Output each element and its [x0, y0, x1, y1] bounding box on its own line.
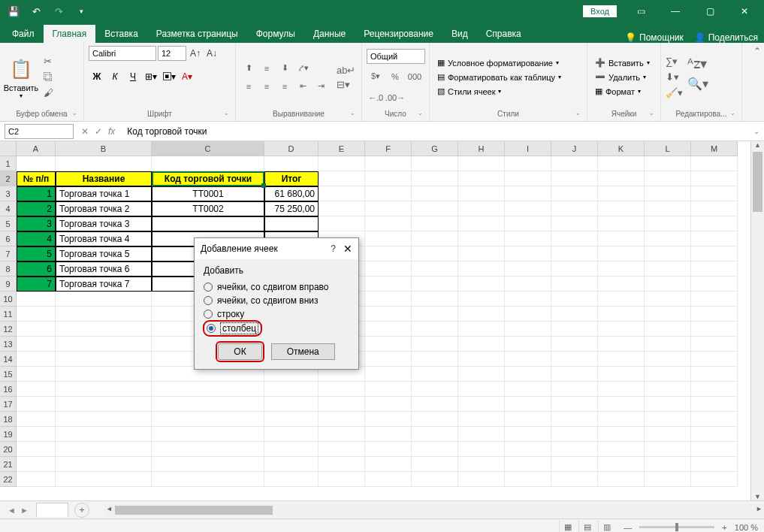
cell[interactable]	[458, 201, 505, 216]
tab-вид[interactable]: Вид	[442, 25, 477, 43]
indent-increase-icon[interactable]: ⇥	[313, 78, 329, 95]
cell[interactable]	[691, 442, 738, 457]
page-layout-icon[interactable]: ▤	[578, 521, 595, 533]
cell[interactable]	[598, 261, 645, 277]
cell[interactable]	[319, 186, 365, 201]
cell[interactable]	[691, 216, 738, 231]
cell[interactable]	[645, 231, 691, 246]
cell[interactable]	[645, 186, 691, 201]
font-size-select[interactable]	[158, 46, 186, 61]
format-cells-button[interactable]: ▦Формат▾	[592, 85, 653, 98]
cell[interactable]	[691, 231, 738, 246]
cell[interactable]	[505, 427, 551, 442]
cell[interactable]	[645, 472, 691, 487]
cell[interactable]	[598, 472, 645, 487]
cell[interactable]	[691, 186, 738, 201]
column-header[interactable]: M	[691, 141, 738, 156]
cell[interactable]	[458, 156, 505, 171]
cell[interactable]	[319, 442, 365, 457]
cell[interactable]	[691, 412, 738, 427]
cell[interactable]	[365, 397, 412, 412]
cell[interactable]	[598, 397, 645, 412]
cell[interactable]	[551, 442, 598, 457]
cut-icon[interactable]: ✂	[44, 56, 53, 67]
cell[interactable]	[56, 292, 152, 307]
undo-icon[interactable]: ↶	[26, 2, 47, 21]
cell[interactable]	[458, 457, 505, 472]
cell[interactable]	[505, 246, 551, 261]
cell[interactable]	[412, 442, 458, 457]
cell[interactable]	[365, 367, 412, 382]
name-box[interactable]	[5, 124, 74, 139]
cell[interactable]	[505, 322, 551, 337]
cell[interactable]	[551, 307, 598, 322]
cell[interactable]	[691, 246, 738, 261]
column-header[interactable]: H	[458, 141, 505, 156]
cell[interactable]	[551, 261, 598, 277]
cell[interactable]	[505, 156, 551, 171]
cell[interactable]	[412, 246, 458, 261]
cell[interactable]	[152, 412, 264, 427]
cell[interactable]	[458, 427, 505, 442]
cell[interactable]	[551, 457, 598, 472]
cell[interactable]	[458, 442, 505, 457]
column-header[interactable]: C	[152, 141, 264, 156]
column-header[interactable]: G	[412, 141, 458, 156]
underline-button[interactable]: Ч	[125, 68, 141, 85]
row-header[interactable]: 15	[0, 367, 17, 382]
cell[interactable]: 4	[17, 231, 56, 246]
cell[interactable]	[551, 186, 598, 201]
cell[interactable]	[458, 337, 505, 352]
fill-color-icon[interactable]: 🞕▾	[161, 68, 177, 85]
cell[interactable]	[365, 171, 412, 186]
cell[interactable]	[598, 352, 645, 367]
radio-option[interactable]: столбец	[204, 321, 261, 336]
cancel-button[interactable]: Отмена	[271, 343, 335, 360]
cell[interactable]	[598, 322, 645, 337]
spreadsheet-grid[interactable]: ABCDEFGHIJKLM 12345678910111213141516171…	[0, 141, 764, 500]
cell[interactable]	[691, 367, 738, 382]
cell[interactable]	[412, 472, 458, 487]
cell[interactable]	[56, 352, 152, 367]
cell[interactable]	[551, 352, 598, 367]
row-header[interactable]: 10	[0, 292, 17, 307]
scroll-up-icon[interactable]: ▲	[751, 141, 764, 149]
qat-customize-icon[interactable]: ▾	[71, 2, 92, 21]
tab-главная[interactable]: Главная	[44, 25, 96, 43]
cell[interactable]	[365, 442, 412, 457]
cell[interactable]	[551, 427, 598, 442]
cell[interactable]	[551, 292, 598, 307]
align-right-icon[interactable]: ≡	[276, 78, 293, 95]
login-button[interactable]: Вход	[583, 5, 617, 17]
increase-decimal-icon[interactable]: ←.0	[367, 89, 385, 106]
cell[interactable]	[56, 427, 152, 442]
cell[interactable]	[645, 352, 691, 367]
cell[interactable]	[645, 277, 691, 292]
cell[interactable]: 61 680,00	[264, 186, 319, 201]
cell[interactable]	[412, 427, 458, 442]
cell[interactable]	[551, 397, 598, 412]
cell[interactable]	[505, 382, 551, 397]
cell[interactable]	[598, 171, 645, 186]
merge-icon[interactable]: ⊟▾	[337, 79, 355, 90]
sheet-next-icon[interactable]: ►	[20, 506, 29, 515]
cell[interactable]	[598, 246, 645, 261]
cell[interactable]	[319, 171, 365, 186]
cell[interactable]: Название	[56, 171, 152, 186]
cell[interactable]: ТТ0002	[152, 201, 264, 216]
expand-formula-bar-icon[interactable]: ⌄	[749, 127, 764, 135]
increase-font-icon[interactable]: A↑	[188, 46, 203, 61]
cell[interactable]	[551, 322, 598, 337]
cell[interactable]	[645, 261, 691, 277]
cell[interactable]	[17, 367, 56, 382]
cell[interactable]	[691, 322, 738, 337]
cell[interactable]	[505, 261, 551, 277]
row-header[interactable]: 22	[0, 472, 17, 487]
italic-button[interactable]: К	[107, 68, 123, 85]
cell[interactable]	[319, 397, 365, 412]
sort-filter-icon[interactable]: ᴬᴢ▾	[687, 56, 708, 72]
cell[interactable]	[551, 171, 598, 186]
cell[interactable]	[598, 231, 645, 246]
cell-styles-button[interactable]: ▧Стили ячеек▾	[434, 85, 564, 98]
row-header[interactable]: 13	[0, 337, 17, 352]
